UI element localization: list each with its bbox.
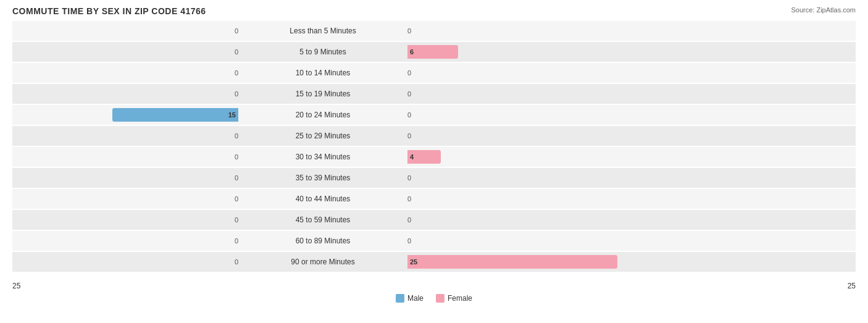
female-bar: 4 (407, 150, 441, 164)
chart-row: 0Less than 5 Minutes0 (12, 21, 856, 41)
right-section: 0 (405, 210, 633, 230)
male-zero-label: 0 (235, 216, 238, 224)
male-zero-label: 0 (235, 237, 238, 245)
male-zero-label: 0 (235, 258, 238, 266)
right-section: 0 (405, 84, 633, 104)
left-section: 0 (12, 210, 241, 230)
female-zero-label: 0 (407, 69, 411, 77)
left-section: 0 (12, 168, 241, 188)
female-zero-label: 0 (407, 111, 411, 119)
chart-row: 060 to 89 Minutes0 (12, 231, 856, 251)
female-bar-value: 25 (410, 258, 417, 266)
male-zero-label: 0 (235, 27, 238, 35)
right-section: 0 (405, 63, 633, 83)
right-section: 0 (405, 105, 633, 125)
row-label: 10 to 14 Minutes (241, 69, 405, 77)
chart-area: 0Less than 5 Minutes005 to 9 Minutes6010… (12, 21, 856, 280)
bottom-labels: 25 25 (12, 282, 856, 290)
right-section: 0 (405, 126, 633, 146)
male-bar-value: 15 (228, 111, 236, 119)
male-zero-label: 0 (235, 153, 238, 161)
male-zero-label: 0 (235, 90, 238, 98)
right-section: 25 (405, 252, 633, 272)
row-label: 40 to 44 Minutes (241, 195, 405, 203)
chart-row: 090 or more Minutes25 (12, 252, 856, 272)
row-label: 15 to 19 Minutes (241, 90, 405, 98)
row-label: 5 to 9 Minutes (241, 48, 405, 56)
row-label: 25 to 29 Minutes (241, 132, 405, 140)
female-zero-label: 0 (407, 90, 411, 98)
left-section: 0 (12, 252, 241, 272)
female-zero-label: 0 (407, 174, 411, 182)
left-section: 0 (12, 42, 241, 62)
chart-row: 1520 to 24 Minutes0 (12, 105, 856, 125)
female-label: Female (448, 294, 472, 303)
female-bar-value: 6 (410, 48, 414, 56)
right-section: 0 (405, 21, 633, 41)
chart-row: 010 to 14 Minutes0 (12, 63, 856, 83)
chart-row: 045 to 59 Minutes0 (12, 210, 856, 230)
chart-title: COMMUTE TIME BY SEX IN ZIP CODE 41766 (12, 6, 856, 16)
chart-row: 05 to 9 Minutes6 (12, 42, 856, 62)
male-swatch (396, 294, 404, 303)
female-bar: 6 (407, 45, 458, 59)
male-zero-label: 0 (235, 69, 238, 77)
left-section: 0 (12, 231, 241, 251)
chart-row: 035 to 39 Minutes0 (12, 168, 856, 188)
chart-container: COMMUTE TIME BY SEX IN ZIP CODE 41766 So… (0, 0, 868, 323)
row-label: 30 to 34 Minutes (241, 153, 405, 161)
chart-row: 015 to 19 Minutes0 (12, 84, 856, 104)
row-label: 20 to 24 Minutes (241, 111, 405, 119)
chart-row: 025 to 29 Minutes0 (12, 126, 856, 146)
right-section: 0 (405, 189, 633, 209)
left-section: 0 (12, 189, 241, 209)
left-section: 0 (12, 21, 241, 41)
female-zero-label: 0 (407, 132, 411, 140)
male-bar: 15 (112, 108, 238, 122)
female-zero-label: 0 (407, 216, 411, 224)
chart-row: 040 to 44 Minutes0 (12, 189, 856, 209)
male-zero-label: 0 (235, 48, 238, 56)
row-label: 45 to 59 Minutes (241, 216, 405, 224)
row-label: 35 to 39 Minutes (241, 174, 405, 182)
row-label: 90 or more Minutes (241, 258, 405, 266)
female-bar-value: 4 (410, 153, 414, 161)
legend-male: Male (396, 294, 424, 303)
legend: Male Female (12, 294, 856, 303)
bottom-left-label: 25 (12, 282, 20, 290)
bottom-right-label: 25 (848, 282, 856, 290)
female-swatch (436, 294, 444, 303)
left-section: 15 (12, 105, 241, 125)
source-label: Source: ZipAtlas.com (791, 6, 856, 14)
male-zero-label: 0 (235, 195, 238, 203)
chart-row: 030 to 34 Minutes4 (12, 147, 856, 167)
left-section: 0 (12, 84, 241, 104)
left-section: 0 (12, 63, 241, 83)
female-zero-label: 0 (407, 195, 411, 203)
female-bar: 25 (407, 255, 617, 269)
right-section: 0 (405, 168, 633, 188)
legend-female: Female (436, 294, 472, 303)
row-label: 60 to 89 Minutes (241, 237, 405, 245)
left-section: 0 (12, 126, 241, 146)
female-zero-label: 0 (407, 237, 411, 245)
female-zero-label: 0 (407, 27, 411, 35)
male-label: Male (407, 294, 424, 303)
row-label: Less than 5 Minutes (241, 27, 405, 35)
male-zero-label: 0 (235, 174, 238, 182)
right-section: 0 (405, 231, 633, 251)
male-zero-label: 0 (235, 132, 238, 140)
right-section: 4 (405, 147, 633, 167)
right-section: 6 (405, 42, 633, 62)
left-section: 0 (12, 147, 241, 167)
